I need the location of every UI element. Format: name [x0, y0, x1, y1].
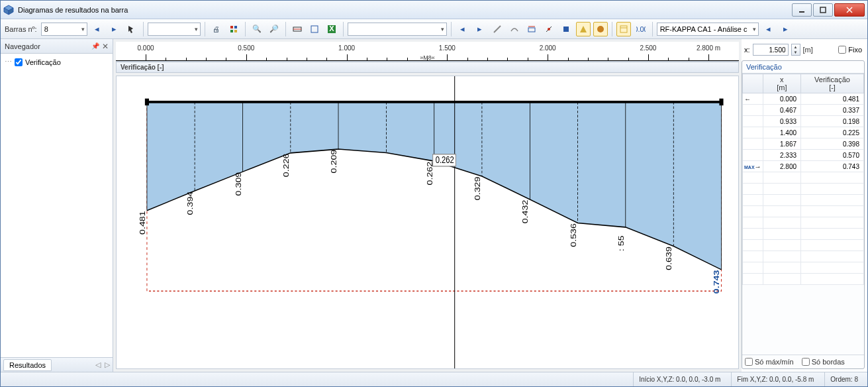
svg-rect-7 [230, 26, 233, 28]
results-grid-panel: Verificação x[m] Verificação[-] ←0.0000.… [742, 60, 865, 369]
plot-area: 0.0000.5001.0001.5002.0002.5002.800 m »M… [113, 39, 742, 372]
nav-first-button[interactable]: ◂ [456, 22, 470, 36]
x-input[interactable] [753, 44, 789, 56]
navigator-header: Navegador 📌 ✕ [1, 39, 113, 54]
tool-4[interactable] [542, 22, 556, 36]
svg-text:0.536: 0.536 [569, 223, 577, 247]
svg-rect-9 [230, 30, 233, 32]
svg-text:: 55: : 55 [616, 235, 625, 251]
svg-text:0.262: 0.262 [436, 154, 454, 165]
svg-rect-4 [820, 7, 826, 13]
bar-number-combo[interactable]: 8 [41, 23, 87, 36]
tree-item-verification[interactable]: ⋯ Verificação [5, 58, 109, 66]
navigator-close-button[interactable]: ✕ [102, 42, 109, 51]
results-tab[interactable]: Resultados [3, 359, 52, 371]
x-unit: [m] [803, 46, 813, 54]
title-bar: Diagramas de resultados na barra [1, 1, 867, 19]
svg-text:0.209: 0.209 [329, 150, 338, 174]
tree-checkbox[interactable] [15, 58, 23, 66]
svg-text:0.639: 0.639 [665, 247, 673, 270]
status-start: Início X,Y,Z: 0.0, 0.0, -3.0 m [633, 372, 726, 386]
status-order: Ordem: 8 [824, 372, 863, 386]
window-title: Diagramas de resultados na barra [18, 6, 792, 14]
svg-rect-10 [234, 30, 237, 32]
print-button[interactable]: 🖨 [209, 22, 224, 36]
navigator-panel: Navegador 📌 ✕ ⋯ Verificação Resultados ◁… [1, 39, 113, 372]
x-spinner[interactable]: ▲▼ [791, 44, 800, 56]
table-row[interactable]: 0.9330.198 [743, 116, 864, 127]
svg-rect-21 [563, 27, 569, 32]
svg-rect-17 [528, 28, 535, 32]
pick-bar-button[interactable] [124, 22, 139, 36]
excel-button[interactable]: X [324, 22, 339, 36]
view-button-1[interactable] [290, 22, 305, 36]
svg-rect-24 [620, 26, 627, 32]
tool-1[interactable] [490, 22, 505, 36]
svg-rect-13 [311, 26, 318, 32]
plot-canvas[interactable]: 0.4810.3940.3090.2260.2090.2620.3290.432… [116, 76, 739, 369]
results-combo[interactable] [348, 23, 447, 36]
status-end: Fim X,Y,Z: 0.0, 0.0, -5.8 m [731, 372, 819, 386]
x-input-row: x: ▲▼ [m] Fixo [742, 42, 865, 58]
svg-point-23 [597, 26, 604, 32]
table-row[interactable]: MAX→2.8000.743 [743, 161, 864, 172]
display-combo[interactable] [148, 23, 201, 36]
svg-text:0.00: 0.00 [636, 25, 646, 33]
table-row[interactable]: 1.4000.225 [743, 127, 864, 138]
svg-text:0.329: 0.329 [473, 177, 481, 201]
tab-prev-icon[interactable]: ◁ [95, 360, 101, 369]
svg-marker-22 [580, 26, 587, 32]
view-button-2[interactable] [307, 22, 322, 36]
close-button[interactable] [834, 3, 865, 17]
pin-icon[interactable]: 📌 [91, 42, 99, 50]
tree-item-label: Verificação [25, 58, 61, 66]
svg-text:0.226: 0.226 [281, 153, 290, 177]
tool-5[interactable] [559, 22, 573, 36]
only-maxmin-checkbox[interactable] [745, 358, 753, 366]
prev-bar-button[interactable]: ◂ [90, 22, 105, 36]
only-edges-label: Só bordas [812, 358, 845, 366]
svg-text:0.481: 0.481 [138, 211, 146, 235]
fixo-checkbox[interactable] [838, 46, 846, 54]
table-row[interactable]: 1.8670.398 [743, 138, 864, 150]
table-row[interactable]: ←0.0000.481 [743, 93, 864, 105]
maximize-button[interactable] [813, 3, 833, 17]
toolbar: Barras nº: 8 ◂ ▸ 🖨 🔍 🔎 X ◂ ▸ 0.00 RF-KAP… [1, 19, 867, 39]
x-label: x: [744, 46, 750, 54]
fixo-label: Fixo [848, 46, 862, 54]
next-bar-button[interactable]: ▸ [107, 22, 122, 36]
table-row[interactable]: 0.4670.337 [743, 105, 864, 116]
svg-text:X: X [329, 25, 334, 32]
status-bar: Início X,Y,Z: 0.0, 0.0, -3.0 m Fim X,Y,Z… [1, 372, 867, 386]
zoom-out-button[interactable]: 🔎 [267, 22, 281, 36]
tool-3[interactable] [524, 22, 539, 36]
module-next-button[interactable]: ▸ [779, 22, 793, 36]
tool-6[interactable] [576, 22, 591, 36]
ruler: 0.0000.5001.0001.5002.0002.5002.800 m »M… [116, 42, 739, 62]
minimize-button[interactable] [792, 3, 812, 17]
plot-title: Verificação [-] [116, 62, 739, 73]
svg-text:0.432: 0.432 [521, 200, 530, 224]
ruler-marker: »M8« [420, 54, 435, 61]
bar-label: Barras nº: [5, 25, 37, 33]
module-prev-button[interactable]: ◂ [761, 22, 776, 36]
settings-button[interactable] [226, 22, 241, 36]
tool-8[interactable] [616, 22, 631, 36]
tool-7[interactable] [593, 22, 608, 36]
only-maxmin-label: Só máx/mín [755, 358, 794, 366]
module-combo[interactable]: RF-KAPPA CA1 - Análise c [657, 23, 759, 36]
svg-point-20 [548, 28, 550, 30]
right-panel: x: ▲▼ [m] Fixo Verificação x[m] Verifica… [742, 39, 867, 372]
tool-2[interactable] [507, 22, 522, 36]
results-grid[interactable]: x[m] Verificação[-] ←0.0000.4810.4670.33… [742, 74, 864, 355]
tree-expand-icon: ⋯ [5, 58, 12, 66]
nav-prev-button[interactable]: ▸ [473, 22, 487, 36]
status-blank [5, 372, 628, 386]
svg-text:0.743: 0.743 [712, 270, 721, 294]
tab-next-icon[interactable]: ▷ [105, 360, 110, 369]
tool-9[interactable]: 0.00 [634, 22, 648, 36]
zoom-in-button[interactable]: 🔍 [250, 22, 264, 36]
only-edges-checkbox[interactable] [802, 358, 810, 366]
table-row[interactable]: 2.3330.570 [743, 150, 864, 161]
svg-text:0.309: 0.309 [234, 172, 242, 196]
